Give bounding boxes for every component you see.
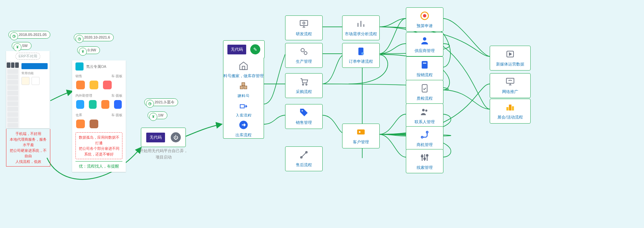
nocode-tag: 无代码 [227,45,246,54]
phase1-sidebar [6,61,19,128]
tools-icon [298,149,310,161]
node-contacts: 联系人管理 [406,103,443,128]
app-icon [76,81,85,89]
node-inbound: 入库流程 [223,97,264,119]
id-card-icon [355,126,367,138]
house-icon [237,60,250,72]
node-procurement: 采购流程 [285,73,323,98]
phase3-date: 2021.3-至今 [155,100,174,104]
bar-chart-icon [355,18,367,30]
svg-rect-35 [506,107,508,110]
node-webpromo: 网络推广 [490,73,531,98]
svg-point-11 [306,84,307,85]
node-order-apply: 订单申请流程 [342,43,380,68]
money-icon: ¥ [13,43,21,51]
colA-nocode-card: 无代码 ✎ [223,40,265,58]
svg-rect-22 [422,61,428,69]
svg-rect-0 [242,66,245,70]
svg-point-16 [361,52,364,55]
nocode-tag: 无代码 [146,133,165,142]
app-icon [114,100,122,109]
phase3-cost-cloud: ¥ 1W [148,111,167,119]
monitor-wifi-icon [504,76,516,88]
node-opportunity: 商机管理 [406,126,443,150]
phase2-cost-cloud: ¥ 0.9W [77,46,100,54]
phase2-date: 2020.10-2021.6 [84,35,110,39]
node-expo: 展会/活动流程 [490,99,531,124]
svg-point-8 [301,48,304,52]
svg-point-29 [421,155,423,157]
svg-rect-6 [300,20,308,26]
route-icon [419,129,431,141]
coin-icon [419,10,431,22]
svg-rect-36 [512,106,514,111]
sliders-icon [419,151,431,164]
money-icon: ¥ [79,48,87,56]
app-icon [76,120,85,128]
cart-in-icon [237,99,250,111]
svg-point-10 [303,84,304,85]
erp-chip: ERP不对用 [6,51,50,61]
phase2-title: 氚云专属OA [86,64,106,69]
receipt-icon [419,59,431,71]
svg-point-26 [425,109,427,111]
node-sales: 销售管理 [285,104,323,129]
node-rd: 研发流程 [285,15,323,40]
oa-logo-icon [75,62,84,71]
app-icon [103,81,112,89]
node-reimburse: 报销流程 [406,56,443,81]
node-newmedia: 新媒体运营数据 [490,46,531,71]
phase1-main: 常用功能 [19,61,50,128]
node-outbound: 出库流程 [223,117,264,139]
svg-rect-3 [242,83,245,86]
clock-icon: ◷ [75,35,84,43]
video-icon [504,48,516,60]
svg-rect-33 [506,78,514,83]
app-icon [101,100,109,109]
phase3-cost: 1W [158,113,164,117]
app-icon [76,100,84,109]
svg-rect-4 [240,105,245,108]
node-budget: 预算申请 [406,7,443,32]
phase3-note: 开始用无代码平台自己弄， 项目启动 [137,148,191,161]
svg-point-27 [421,136,423,138]
svg-rect-24 [422,85,427,92]
svg-point-18 [359,131,361,133]
node-aftersales: 售后流程 [285,146,323,171]
svg-point-12 [302,110,303,111]
svg-point-20 [423,14,426,17]
svg-point-25 [422,109,425,111]
svg-point-21 [423,37,426,41]
user-icon [419,35,431,47]
node-production: 生产管理 [285,43,323,68]
phase1-warning: 手机端，不好用 本地代理商服务，服务水平差 把公司硬塞进系统，不自由 人找流程，… [6,129,50,167]
svg-point-9 [304,52,307,55]
phase1-date-cloud: ◷ 2018.05-2021.05 [8,31,50,39]
clock-icon: ◷ [146,100,154,108]
phase1-panel: ERP不对用 常用功能 [6,51,50,128]
svg-rect-23 [423,63,426,64]
monitor-gear-icon [298,18,310,30]
node-customer: 客户管理 [342,124,380,148]
phase3-date-cloud: ◷ 2021.3-至今 [144,98,178,106]
cart-out-icon [237,119,250,131]
boxes-icon [237,80,250,92]
money-icon: ¥ [149,113,157,121]
power-icon: ⏻ [171,132,181,142]
clock-icon: ◷ [10,32,18,40]
pencil-icon: ✎ [250,44,260,54]
phase1-cost-cloud: ¥ 5W [12,42,32,50]
phase3-card: 无代码 ⏻ [141,128,186,147]
node-qc: 质检流程 [406,80,443,104]
svg-point-30 [424,158,426,159]
phase2-cost: 0.9W [88,48,96,52]
svg-point-28 [426,131,428,133]
clipboard-gear-icon [355,45,367,57]
phase2-warning: 数据孤岛，应用间数据不打通 把公司各个部分塞进不同系统，还是不够好 [75,132,122,159]
svg-rect-2 [244,86,247,89]
app-icon [90,81,98,89]
app-icon [89,100,97,109]
node-leads: 线索管理 [406,149,443,173]
phase1-cost: 5W [22,44,28,48]
svg-point-7 [303,22,305,24]
